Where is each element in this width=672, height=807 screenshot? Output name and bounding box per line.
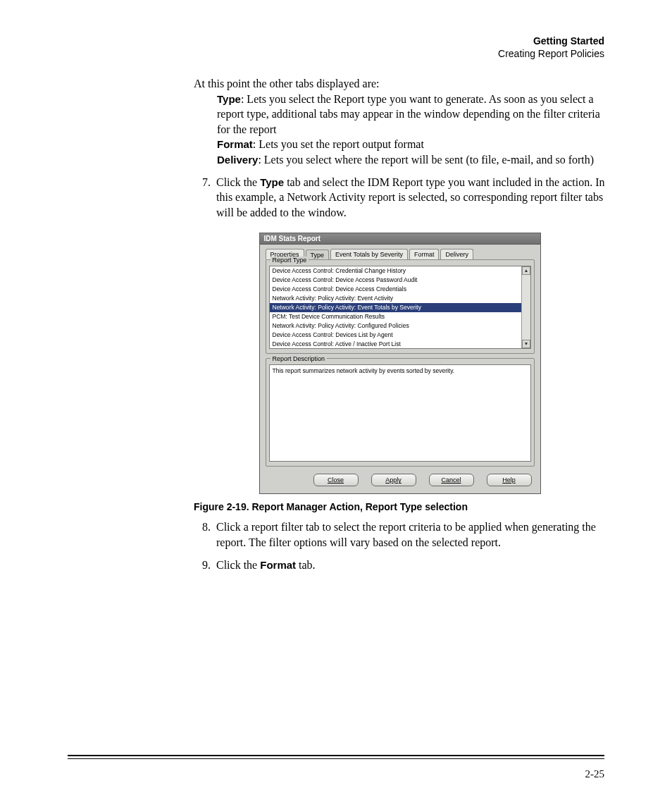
step-9-body: Click the Format tab. <box>216 557 606 573</box>
tab-event-totals[interactable]: Event Totals by Severity <box>330 249 408 259</box>
def-delivery-label: Delivery <box>217 154 258 166</box>
apply-button[interactable]: Apply <box>371 474 416 486</box>
vertical-scrollbar[interactable]: ▴ ▾ <box>521 266 530 348</box>
scroll-up-icon[interactable]: ▴ <box>522 266 530 275</box>
tab-type[interactable]: Type <box>306 250 330 260</box>
dialog-button-row: Close Apply Cancel Help <box>260 471 540 493</box>
dialog-titlebar: IDM Stats Report <box>260 233 540 245</box>
report-type-panel: Report Type Device Access Control: Crede… <box>266 259 535 354</box>
close-button[interactable]: Close <box>313 474 359 486</box>
def-type-label: Type <box>217 93 241 105</box>
step-9: 9. Click the Format tab. <box>194 557 606 573</box>
step-8-body: Click a report filter tab to select the … <box>216 519 606 550</box>
intro-text: At this point the other tabs displayed a… <box>194 76 606 92</box>
scroll-down-icon[interactable]: ▾ <box>522 340 530 348</box>
step-7-num: 7. <box>194 175 216 221</box>
list-item[interactable]: PCM: Test Device Communication Results <box>270 312 521 321</box>
header-title: Getting Started <box>498 35 604 48</box>
def-type: Type: Lets you select the Report type yo… <box>217 92 606 137</box>
list-item[interactable]: Network Activity: Policy Activity: Event… <box>270 294 521 303</box>
def-format-label: Format <box>217 138 253 150</box>
report-desc-label: Report Description <box>270 355 328 362</box>
step-7: 7. Click the Type tab and select the IDM… <box>194 175 606 221</box>
step-8-num: 8. <box>194 519 216 550</box>
def-format-text: : Lets you set the report output format <box>253 138 424 150</box>
page-header: Getting Started Creating Report Policies <box>498 35 604 60</box>
idm-stats-report-dialog: IDM Stats Report Properties Type Event T… <box>259 233 541 494</box>
def-type-text: : Lets you select the Report type you wa… <box>217 93 600 135</box>
list-item[interactable]: Device Access Control: Device Access Cre… <box>270 285 521 294</box>
page-number: 2-25 <box>585 768 605 780</box>
figure-caption: Figure 2-19. Report Manager Action, Repo… <box>194 501 606 512</box>
list-item[interactable]: Device Access Control: Devices List by A… <box>270 331 521 340</box>
figure-dialog-wrap: IDM Stats Report Properties Type Event T… <box>259 233 541 494</box>
list-item[interactable]: Network Activity: Policy Activity: Confi… <box>270 321 521 331</box>
list-item[interactable]: Device Access Control: Credential Change… <box>270 266 521 276</box>
step-8: 8. Click a report filter tab to select t… <box>194 519 606 550</box>
report-type-listbox[interactable]: Device Access Control: Credential Change… <box>269 266 531 349</box>
report-desc-text: This report summarizes network activity … <box>269 364 531 462</box>
list-item-selected[interactable]: Network Activity: Policy Activity: Event… <box>270 303 521 312</box>
def-delivery-text: : Lets you select where the report will … <box>258 154 594 166</box>
main-content: At this point the other tabs displayed a… <box>194 76 606 572</box>
header-subtitle: Creating Report Policies <box>498 48 604 61</box>
def-format: Format: Lets you set the report output f… <box>217 137 606 152</box>
footer-rule <box>68 755 604 759</box>
def-delivery: Delivery: Lets you select where the repo… <box>217 152 606 168</box>
tab-delivery[interactable]: Delivery <box>440 249 473 259</box>
list-item[interactable]: Device Access Control: Device Access Pas… <box>270 276 521 285</box>
report-type-label: Report Type <box>270 257 309 264</box>
cancel-button[interactable]: Cancel <box>429 474 474 486</box>
tab-format[interactable]: Format <box>409 249 440 259</box>
step-9-num: 9. <box>194 557 216 573</box>
list-inner: Device Access Control: Credential Change… <box>270 266 521 348</box>
help-button[interactable]: Help <box>487 474 532 486</box>
list-item[interactable]: Device Access Control: Active / Inactive… <box>270 340 521 348</box>
report-description-panel: Report Description This report summarize… <box>266 358 535 467</box>
step-7-body: Click the Type tab and select the IDM Re… <box>216 175 606 221</box>
